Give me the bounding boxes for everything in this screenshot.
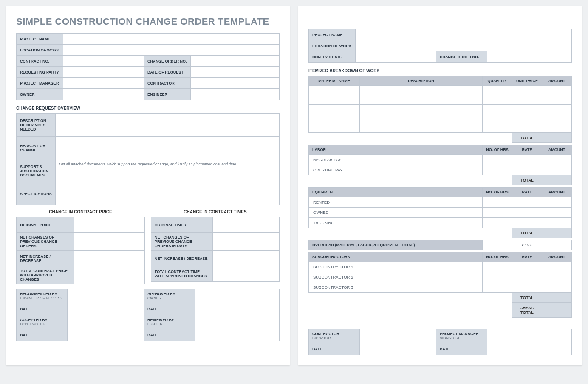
label-date-3: DATE xyxy=(17,329,68,341)
label-date-1: DATE xyxy=(17,303,68,315)
p2-input-location[interactable] xyxy=(356,40,572,51)
input-contractor[interactable] xyxy=(191,78,280,89)
label-net-inc-price: NET INCREASE / DECREASE xyxy=(17,251,74,266)
input-date-2[interactable] xyxy=(195,303,280,315)
table-row: OWNED xyxy=(309,208,572,218)
signature-grid-p1: RECOMMENDED BYENGINEER OF RECORD APPROVE… xyxy=(16,289,280,341)
p2-label-location: LOCATION OF WORK xyxy=(309,40,356,51)
table-row xyxy=(309,95,572,105)
label-total-price: TOTAL CONTRACT PRICE WITH APPROVED CHANG… xyxy=(17,266,74,284)
input-contract-no[interactable] xyxy=(63,56,144,67)
table-row xyxy=(309,114,572,123)
section-change-request-overview: CHANGE REQUEST OVERVIEW xyxy=(16,106,280,111)
col-unit-price: UNIT PRICE xyxy=(512,76,542,86)
table-row: TRUCKING xyxy=(309,218,572,228)
table-row: SUBCONTRACTOR 1 xyxy=(309,262,572,272)
input-pm[interactable] xyxy=(63,78,144,89)
labor-total xyxy=(542,175,572,185)
price-table: ORIGINAL PRICE NET CHANGES OF PREVIOUS C… xyxy=(16,217,145,284)
overhead-table: OVERHEAD (MATERIAL, LABOR, & EQUIPMENT T… xyxy=(308,240,572,250)
label-engineer-of-record: ENGINEER OF RECORD xyxy=(20,296,64,300)
input-pm-sig[interactable] xyxy=(487,329,572,343)
section-itemized: ITEMIZED BREAKDOWN OF WORK xyxy=(308,68,572,73)
label-pm-sig-sub: SIGNATURE xyxy=(440,336,483,340)
label-net-prev-times: NET CHANGES OF PREVIOUS CHANGE ORDERS IN… xyxy=(151,233,213,251)
input-net-inc-price[interactable] xyxy=(74,251,145,266)
input-location[interactable] xyxy=(63,45,280,56)
input-owner[interactable] xyxy=(63,89,144,100)
col-amount-labor: AMOUNT xyxy=(542,145,572,155)
p2-info-table: PROJECT NAME LOCATION OF WORK CONTRACT N… xyxy=(308,29,572,63)
col-rate-equip: RATE xyxy=(512,188,542,197)
input-orig-times[interactable] xyxy=(213,217,280,233)
input-date-1[interactable] xyxy=(68,303,144,315)
equipment-table: EQUIPMENT NO. OF HRS RATE AMOUNT RENTED … xyxy=(308,187,572,238)
input-total-price[interactable] xyxy=(74,266,145,284)
label-project-name: PROJECT NAME xyxy=(17,34,63,45)
input-net-prev-price[interactable] xyxy=(74,233,145,251)
input-accepted-by[interactable] xyxy=(68,315,144,329)
label-date-p2-1: DATE xyxy=(309,343,360,355)
label-orig-times: ORIGINAL TIMES xyxy=(151,217,213,233)
input-specs[interactable] xyxy=(55,182,279,205)
p2-input-change-order-no[interactable] xyxy=(487,51,572,63)
overhead-amount[interactable] xyxy=(542,240,572,250)
p2-input-contract-no[interactable] xyxy=(356,51,436,63)
col-quantity: QUANTITY xyxy=(483,76,512,86)
input-total-times[interactable] xyxy=(213,266,280,282)
input-orig-price[interactable] xyxy=(74,217,145,233)
labor-table: LABOR NO. OF HRS RATE AMOUNT REGULAR PAY… xyxy=(308,145,572,185)
p2-input-project-name[interactable] xyxy=(356,29,572,40)
input-net-inc-times[interactable] xyxy=(213,251,280,266)
overhead-hrs[interactable] xyxy=(483,240,512,250)
price-title: CHANGE IN CONTRACT PRICE xyxy=(16,210,145,214)
label-contract-no: CONTRACT NO. xyxy=(17,56,63,67)
label-reviewed-by: REVIEWED BY xyxy=(147,318,191,322)
row-owned: OWNED xyxy=(309,208,483,218)
label-approved-by: APPROVED BY xyxy=(147,292,191,296)
label-date-4: DATE xyxy=(144,329,195,341)
col-labor: LABOR xyxy=(309,145,483,155)
subs-total xyxy=(542,293,572,303)
input-reason[interactable] xyxy=(55,137,279,159)
row-overhead: OVERHEAD (MATERIAL, LABOR, & EQUIPMENT T… xyxy=(309,240,483,250)
col-amount-equip: AMOUNT xyxy=(542,188,572,197)
input-change-order-no[interactable] xyxy=(191,56,280,67)
row-sub1: SUBCONTRACTOR 1 xyxy=(309,262,483,272)
input-contractor-sig[interactable] xyxy=(360,329,436,343)
input-approved-by[interactable] xyxy=(195,289,280,303)
input-engineer[interactable] xyxy=(191,89,280,100)
input-date-3[interactable] xyxy=(68,329,144,341)
input-net-prev-times[interactable] xyxy=(213,233,280,251)
label-contractor-sub: CONTRACTOR xyxy=(20,322,64,326)
col-hrs-subs: NO. OF HRS xyxy=(483,252,512,262)
input-recommended-by[interactable] xyxy=(68,289,144,303)
times-title: CHANGE IN CONTRACT TIMES xyxy=(151,210,280,214)
input-date-p2-2[interactable] xyxy=(487,343,572,355)
table-row: OVERTIME PAY xyxy=(309,165,572,175)
row-sub2: SUBCONTRACTOR 2 xyxy=(309,272,483,282)
input-reviewed-by[interactable] xyxy=(195,315,280,329)
price-times-section: CHANGE IN CONTRACT PRICE ORIGINAL PRICE … xyxy=(16,210,280,284)
document-spread: SIMPLE CONSTRUCTION CHANGE ORDER TEMPLAT… xyxy=(6,6,582,365)
label-contractor: CONTRACTOR xyxy=(144,78,191,89)
input-requesting-party[interactable] xyxy=(63,67,144,78)
subs-table: SUBCONTRACTORS NO. OF HRS RATE AMOUNT SU… xyxy=(308,252,572,318)
label-location: LOCATION OF WORK xyxy=(17,45,63,56)
page-title: SIMPLE CONSTRUCTION CHANGE ORDER TEMPLAT… xyxy=(16,16,280,27)
input-desc-changes[interactable] xyxy=(55,114,279,137)
input-date-p2-1[interactable] xyxy=(360,343,436,355)
input-support-docs[interactable]: List all attached documents which suppor… xyxy=(55,159,279,182)
input-project-name[interactable] xyxy=(63,34,280,45)
page-2: PROJECT NAME LOCATION OF WORK CONTRACT N… xyxy=(298,6,582,365)
col-equipment: EQUIPMENT xyxy=(309,188,483,197)
label-owner-sub: OWNER xyxy=(147,296,191,300)
materials-total xyxy=(542,133,572,143)
input-date-request[interactable] xyxy=(191,67,280,78)
input-date-4[interactable] xyxy=(195,329,280,341)
row-regular-pay: REGULAR PAY xyxy=(309,155,483,165)
label-recommended-by: RECOMMENDED BY xyxy=(20,292,64,296)
project-info-table: PROJECT NAME LOCATION OF WORK CONTRACT N… xyxy=(16,33,280,100)
col-rate-labor: RATE xyxy=(512,145,542,155)
col-description: DESCRIPTION xyxy=(360,76,483,86)
